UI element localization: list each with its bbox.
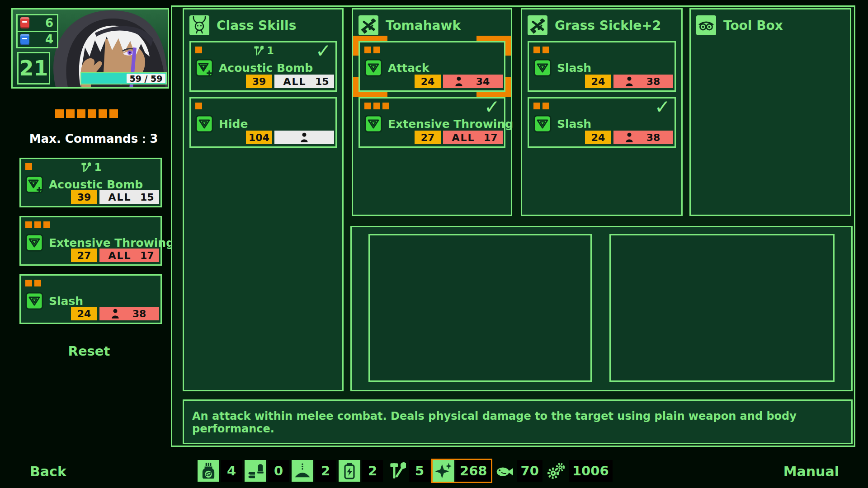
speed-badge: 24	[415, 75, 441, 88]
speed-badge: 24	[585, 75, 611, 88]
red-book-icon	[20, 17, 29, 28]
column-tool-box: Tool Box	[689, 8, 851, 216]
character-panel: 6 4 21 59 / 59	[11, 8, 169, 89]
skill-card-acoustic-bomb[interactable]: 1 ✓ Acoustic Bomb 39 ALL 15	[189, 41, 337, 92]
column-title: Class Skills	[217, 18, 296, 33]
skill-card-slash-2[interactable]: ✓ Slash 24 38	[528, 97, 676, 148]
selection-bracket	[353, 77, 387, 97]
resource-ammo[interactable]: 0	[245, 460, 289, 482]
selected-command-extensive-throwing[interactable]: Extensive Throwing 27 ALL 17	[19, 216, 162, 266]
cost-squares	[195, 103, 202, 109]
cost-squares	[364, 103, 389, 109]
medicine-icon	[198, 460, 219, 482]
column-title: Tomahawk	[386, 18, 461, 33]
cost-row: 39 ALL 15	[71, 190, 159, 204]
selection-bracket	[476, 36, 511, 56]
cost-row: 104	[246, 131, 334, 144]
skill-name: Extensive Throwing	[49, 236, 174, 249]
speed-badge: 39	[246, 75, 272, 88]
skill-icon	[533, 59, 552, 77]
column-header: Tomahawk	[353, 9, 511, 36]
resource-count: 2	[362, 460, 383, 482]
target-badge: 38	[613, 75, 673, 88]
column-title: Tool Box	[723, 18, 783, 33]
resource-fish[interactable]: 70	[494, 460, 542, 482]
resource-gears[interactable]: 1006	[545, 460, 613, 482]
reset-button[interactable]: Reset	[17, 343, 161, 359]
uses-count: 1	[267, 45, 274, 56]
cost-row: 39 ALL 15	[246, 75, 334, 88]
skill-icon	[195, 59, 213, 77]
target-badge: ALL 17	[99, 249, 159, 262]
resource-count: 2	[315, 460, 336, 482]
target-slot-left[interactable]	[368, 234, 592, 382]
resource-sparkle[interactable]: 268	[433, 460, 491, 482]
level-box: 21	[17, 52, 50, 84]
skill-icon	[25, 234, 43, 252]
target-badge: ALL 17	[443, 131, 503, 144]
target-badge: ALL 15	[274, 75, 334, 88]
level-value: 21	[19, 56, 48, 80]
person-icon	[625, 76, 633, 86]
target-badge: 38	[613, 131, 673, 144]
skill-name: Hide	[219, 117, 248, 131]
creature-mask-icon	[189, 15, 209, 35]
target-slot-right[interactable]	[609, 234, 835, 382]
crossed-weapons-icon	[359, 15, 378, 35]
tool-kit-icon	[80, 162, 91, 173]
tools-icon	[386, 460, 407, 482]
resource-count: 4	[221, 460, 242, 482]
resource-count: 70	[517, 460, 542, 482]
speed-badge: 104	[246, 131, 272, 144]
target-badge: 38	[99, 307, 159, 320]
blue-book-row: 4	[18, 32, 57, 47]
resource-powder[interactable]: 2	[292, 460, 336, 482]
cost-row: 24 34	[415, 75, 503, 88]
skill-name: Slash	[557, 61, 591, 75]
person-icon	[625, 132, 633, 142]
speed-badge: 24	[585, 131, 611, 144]
back-button[interactable]: Back	[30, 464, 66, 479]
cost-squares	[533, 103, 549, 109]
goggles-icon	[696, 15, 716, 35]
action-point-squares	[55, 109, 118, 118]
battery-icon	[339, 460, 360, 482]
resource-medicine[interactable]: 4	[198, 460, 242, 482]
skill-icon	[364, 59, 382, 77]
check-icon: ✓	[655, 98, 670, 117]
resource-battery[interactable]: 2	[339, 460, 383, 482]
item-stats-box: 6 4	[16, 14, 58, 48]
skill-icon	[364, 115, 382, 133]
skill-card-extensive-throwing[interactable]: ✓ Extensive Throwing 27 ALL 17	[359, 97, 505, 148]
column-title: Grass Sickle+2	[555, 18, 661, 33]
skill-card-slash-1[interactable]: Slash 24 38	[528, 41, 676, 92]
selected-command-slash[interactable]: Slash 24 38	[19, 274, 162, 324]
person-icon	[455, 76, 463, 86]
selected-command-acoustic-bomb[interactable]: 1 Acoustic Bomb 39 ALL 15	[19, 158, 162, 207]
skill-card-attack[interactable]: Attack 24 34	[359, 41, 505, 92]
skill-icon	[533, 115, 552, 133]
resource-count: 1006	[569, 460, 613, 482]
uses-row: 1	[21, 161, 160, 173]
blue-book-value: 4	[45, 33, 53, 46]
skill-description: An attack within melee combat. Deals phy…	[192, 410, 797, 435]
gears-icon	[545, 460, 567, 482]
resource-tools[interactable]: 5	[386, 460, 430, 482]
resource-count: 268	[456, 460, 491, 482]
speed-badge: 27	[71, 249, 97, 262]
target-badge: 34	[443, 75, 503, 88]
skill-description-box: An attack within melee combat. Deals phy…	[183, 399, 853, 444]
person-icon	[300, 132, 308, 142]
speed-badge: 24	[71, 307, 97, 320]
sparkle-icon	[433, 460, 454, 482]
skill-name: Slash	[49, 295, 83, 308]
resource-bar: 4 0 2 2 5 268 70 1006	[198, 459, 613, 483]
column-tomahawk: Tomahawk Attack 24 34 ✓	[352, 8, 512, 216]
manual-button[interactable]: Manual	[783, 464, 839, 479]
crossed-weapons-icon	[528, 15, 547, 35]
column-class-skills: Class Skills 1 ✓ Acoustic Bomb 39 ALL 15	[183, 8, 344, 391]
resource-count: 5	[409, 460, 430, 482]
cost-row: 24 38	[71, 307, 159, 320]
column-header: Class Skills	[184, 9, 342, 36]
skill-card-hide[interactable]: Hide 104	[189, 97, 337, 148]
